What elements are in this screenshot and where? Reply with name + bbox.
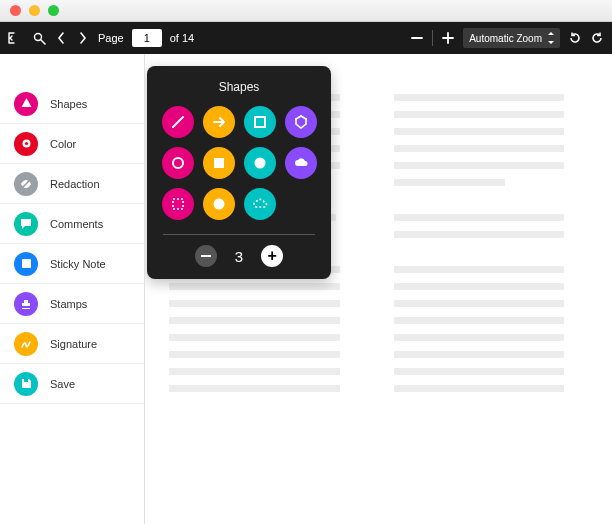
zoom-level-select[interactable]: Automatic Zoom — [463, 28, 560, 48]
prev-page-button[interactable] — [54, 31, 68, 45]
sidebar-item-signature[interactable]: Signature — [0, 324, 144, 364]
sidebar-item-label: Stamps — [50, 298, 87, 310]
save-icon — [14, 372, 38, 396]
sidebar-item-save[interactable]: Save — [0, 364, 144, 404]
top-toolbar: Page of 14 Automatic Zoom — [0, 22, 612, 54]
stepper-value: 3 — [235, 248, 243, 265]
sidebar-item-comments[interactable]: Comments — [0, 204, 144, 244]
comments-icon — [14, 212, 38, 236]
document-column — [394, 94, 593, 402]
decrease-button[interactable] — [195, 245, 217, 267]
shapes-icon — [14, 92, 38, 116]
arrow-shape[interactable] — [203, 106, 235, 138]
svg-rect-21 — [201, 255, 211, 257]
popover-title: Shapes — [161, 80, 317, 94]
svg-point-13 — [300, 115, 302, 117]
sidebar-item-label: Redaction — [50, 178, 100, 190]
zoom-out-button[interactable] — [410, 31, 424, 45]
sidebar-item-label: Comments — [50, 218, 103, 230]
divider — [432, 30, 433, 46]
document-canvas: Shapes 3 + — [145, 54, 612, 524]
stamps-icon — [14, 292, 38, 316]
square-outline-shape[interactable] — [244, 106, 276, 138]
svg-line-10 — [173, 117, 183, 127]
circle-blank-shape[interactable] — [203, 188, 235, 220]
svg-rect-12 — [255, 117, 265, 127]
svg-rect-19 — [173, 199, 183, 209]
square-filled-shape[interactable] — [203, 147, 235, 179]
stroke-width-stepper: 3 + — [161, 245, 317, 267]
sidebar-item-shapes[interactable]: Shapes — [0, 84, 144, 124]
svg-line-1 — [41, 40, 45, 44]
sticky-note-icon — [14, 252, 38, 276]
sidebar-item-label: Save — [50, 378, 75, 390]
svg-point-20 — [213, 199, 224, 210]
svg-point-16 — [173, 158, 183, 168]
page-total-label: of 14 — [170, 32, 194, 44]
sidebar-item-label: Sticky Note — [50, 258, 106, 270]
redaction-icon — [14, 172, 38, 196]
line-shape[interactable] — [162, 106, 194, 138]
svg-point-6 — [24, 142, 27, 145]
search-icon[interactable] — [32, 31, 46, 45]
divider — [163, 234, 315, 235]
page-number-input[interactable] — [132, 29, 162, 47]
svg-rect-17 — [214, 158, 224, 168]
rotate-ccw-button[interactable] — [568, 31, 582, 45]
rotate-cw-button[interactable] — [590, 31, 604, 45]
color-icon — [14, 132, 38, 156]
cloud-outline-shape[interactable] — [244, 188, 276, 220]
zoom-icon[interactable] — [48, 5, 59, 16]
next-page-button[interactable] — [76, 31, 90, 45]
circle-filled-shape[interactable] — [244, 147, 276, 179]
svg-point-15 — [295, 118, 297, 120]
close-icon[interactable] — [10, 5, 21, 16]
sidebar: ShapesColorRedactionCommentsSticky NoteS… — [0, 54, 145, 524]
signature-icon — [14, 332, 38, 356]
sidebar-item-sticky-note[interactable]: Sticky Note — [0, 244, 144, 284]
svg-point-14 — [305, 118, 307, 120]
window-titlebar — [0, 0, 612, 22]
cloud-filled-shape[interactable] — [285, 147, 317, 179]
sidebar-item-stamps[interactable]: Stamps — [0, 284, 144, 324]
sidebar-item-label: Shapes — [50, 98, 87, 110]
sidebar-item-label: Color — [50, 138, 76, 150]
square-dashed-shape[interactable] — [162, 188, 194, 220]
sidebar-item-color[interactable]: Color — [0, 124, 144, 164]
svg-rect-9 — [24, 379, 28, 382]
sidebar-item-label: Signature — [50, 338, 97, 350]
sidebar-item-redaction[interactable]: Redaction — [0, 164, 144, 204]
increase-button[interactable]: + — [261, 245, 283, 267]
svg-point-18 — [254, 158, 265, 169]
page-label: Page — [98, 32, 124, 44]
minimize-icon[interactable] — [29, 5, 40, 16]
svg-rect-8 — [22, 259, 31, 268]
sidebar-toggle-button[interactable] — [8, 31, 22, 45]
circle-outline-shape[interactable] — [162, 147, 194, 179]
shapes-popover: Shapes 3 + — [147, 66, 331, 279]
zoom-in-button[interactable] — [441, 31, 455, 45]
polygon-shape[interactable] — [285, 106, 317, 138]
